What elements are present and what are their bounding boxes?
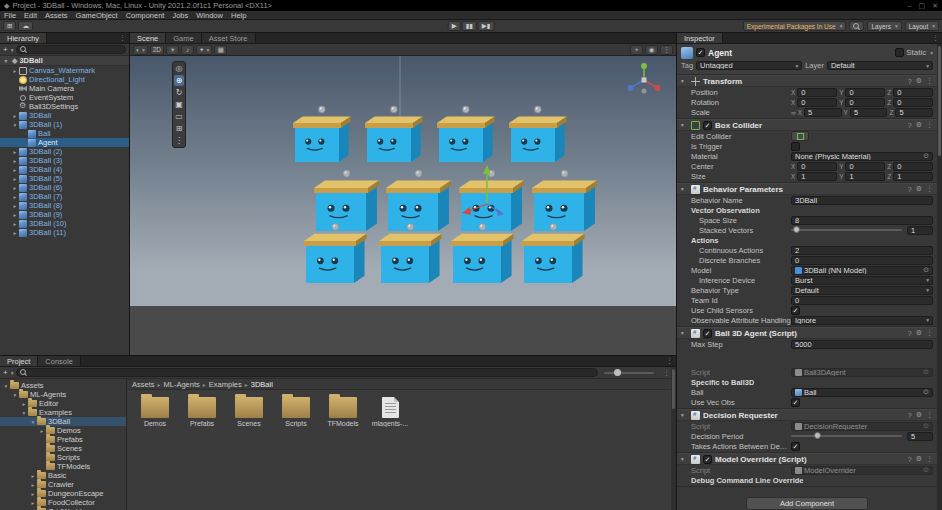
component-menu-icon[interactable]: ⋮	[926, 77, 933, 85]
object-picker-icon[interactable]: ⊙	[923, 266, 929, 274]
object-field[interactable]: 3DBall (NN Model)⊙	[791, 266, 933, 275]
slider[interactable]	[791, 229, 902, 231]
expand-arrow-icon[interactable]: ▸	[11, 185, 19, 191]
project-file[interactable]: Scenes	[227, 397, 271, 427]
expand-arrow-icon[interactable]: ▸	[11, 68, 19, 74]
lighting-toggle[interactable]: ☀	[166, 45, 179, 55]
project-file[interactable]: Prefabs	[180, 397, 224, 427]
expand-arrow-icon[interactable]: ▾	[11, 392, 19, 398]
agent-cube[interactable]	[386, 181, 451, 232]
checkbox[interactable]: ✓	[791, 306, 800, 315]
y-number-field[interactable]: 0	[845, 98, 885, 107]
expand-arrow-icon[interactable]: ▸	[11, 167, 19, 173]
expand-arrow-icon[interactable]: ▸	[29, 482, 37, 488]
agent-cube[interactable]	[314, 181, 379, 232]
grid-toggle[interactable]: ▦	[214, 45, 227, 55]
audio-toggle[interactable]: ♪	[181, 45, 194, 55]
layout-dropdown[interactable]: Layout ▾	[905, 21, 939, 31]
help-icon[interactable]: ?	[908, 122, 912, 129]
cloud-icon[interactable]: ☁	[18, 21, 33, 31]
number-field[interactable]: 1	[907, 226, 933, 235]
2d-toggle[interactable]: 2D	[150, 45, 164, 55]
tab-asset-store[interactable]: Asset Store	[202, 33, 256, 43]
project-tree-item[interactable]: Prefabs	[0, 435, 126, 444]
project-tree-item[interactable]: ▸Crawler	[0, 480, 126, 489]
layer-dropdown[interactable]: Default ▾	[827, 61, 933, 70]
expand-arrow-icon[interactable]: ▸	[11, 158, 19, 164]
object-field[interactable]: None (Physic Material)⊙	[791, 152, 933, 161]
inspector-scrollbar[interactable]	[937, 44, 942, 510]
breadcrumb-item[interactable]: 3DBall	[251, 380, 273, 389]
presets-icon[interactable]: ⚙	[916, 77, 922, 85]
y-number-field[interactable]: 0	[845, 162, 885, 171]
project-tree-item[interactable]: ▸FoodCollector	[0, 498, 126, 507]
project-file[interactable]: Demos	[133, 397, 177, 427]
balance-ball[interactable]	[318, 106, 325, 113]
script-object-field[interactable]: ModelOverrider⊙	[791, 466, 933, 475]
slider-thumb[interactable]	[614, 369, 621, 376]
dropdown[interactable]: Ignore▾	[791, 316, 933, 325]
balance-ball[interactable]	[550, 223, 557, 230]
object-picker-icon[interactable]: ⊙	[923, 422, 929, 430]
search-input[interactable]	[29, 369, 594, 377]
dropdown[interactable]: Default▾	[791, 286, 933, 295]
z-number-field[interactable]: 0	[893, 162, 933, 171]
help-icon[interactable]: ?	[908, 412, 912, 419]
text-field[interactable]: 3DBall	[791, 196, 933, 205]
component-enabled-checkbox[interactable]: ✓	[703, 329, 712, 338]
view-tool[interactable]: ◎	[174, 63, 184, 74]
component-enabled-checkbox[interactable]: ✓	[703, 455, 712, 464]
x-number-field[interactable]: 0	[797, 98, 837, 107]
hierarchy-item[interactable]: ▸3DBall (8)	[0, 201, 129, 210]
x-number-field[interactable]: 1	[797, 172, 837, 181]
static-checkbox[interactable]	[895, 48, 904, 57]
component-enabled-checkbox[interactable]: ✓	[703, 121, 712, 130]
help-icon[interactable]: ?	[908, 186, 912, 193]
project-tree-item[interactable]: ▸Basic	[0, 471, 126, 480]
presets-icon[interactable]: ⚙	[916, 121, 922, 129]
gizmos-icon[interactable]: ◉	[645, 45, 658, 55]
expand-arrow-icon[interactable]: ▸	[29, 473, 37, 479]
experimental-packages-dropdown[interactable]: Experimental Packages In Use ▾	[743, 21, 847, 31]
scale-tool[interactable]: ▣	[174, 99, 184, 110]
x-number-field[interactable]: 5	[804, 108, 842, 117]
menu-edit[interactable]: Edit	[20, 11, 41, 20]
z-number-field[interactable]: 0	[893, 88, 933, 97]
dropdown[interactable]: Burst▾	[791, 276, 933, 285]
close-icon[interactable]: ✕	[932, 2, 938, 10]
expand-arrow-icon[interactable]: ▸	[11, 221, 19, 227]
component-header[interactable]: ▾✓Box Collider?⚙⋮	[677, 119, 937, 131]
menu-assets[interactable]: Assets	[41, 11, 72, 20]
breadcrumb-item[interactable]: Examples	[209, 380, 242, 389]
menu-help[interactable]: Help	[227, 11, 250, 20]
object-picker-icon[interactable]: ⊙	[923, 388, 929, 396]
scene-header-row[interactable]: ▾ ◆ 3DBall	[0, 56, 129, 66]
rotate-tool[interactable]: ↻	[174, 87, 184, 98]
expand-arrow-icon[interactable]: ▸	[11, 149, 19, 155]
hierarchy-item[interactable]: ▸3DBall (11)	[0, 228, 129, 237]
hierarchy-item[interactable]: Agent	[0, 138, 129, 147]
gameobject-name[interactable]: Agent	[708, 48, 732, 58]
object-picker-icon[interactable]: ⊙	[923, 466, 929, 474]
scrollbar-thumb[interactable]	[938, 46, 941, 156]
agent-cube[interactable]	[522, 234, 585, 283]
hierarchy-item[interactable]: Main Camera	[0, 84, 129, 93]
y-number-field[interactable]: 1	[845, 172, 885, 181]
balance-ball[interactable]	[332, 223, 339, 230]
project-tree-item[interactable]: Scripts	[0, 453, 126, 462]
agent-cube[interactable]	[365, 116, 423, 162]
hierarchy-item[interactable]: ▸3DBall (3)	[0, 156, 129, 165]
add-component-button[interactable]: Add Component	[746, 497, 868, 510]
expand-arrow-icon[interactable]: ▾	[11, 122, 19, 128]
scene-menu-icon[interactable]: ⋮	[660, 45, 673, 55]
text-field[interactable]: 5000	[791, 340, 933, 349]
transform-tool[interactable]: ⊞	[174, 123, 184, 134]
project-tree-item[interactable]: ▸Editor	[0, 399, 126, 408]
scene-viewport[interactable]: ◎⊕↻▣▭⊞⋮	[130, 56, 676, 355]
text-field[interactable]: 2	[791, 246, 933, 255]
component-header[interactable]: ▾✓Model Overrider (Script)?⚙⋮	[677, 453, 937, 465]
expand-arrow-icon[interactable]: ▾	[2, 58, 10, 64]
search-button[interactable]	[849, 21, 864, 31]
hierarchy-item[interactable]: ▸Canvas_Watermark	[0, 66, 129, 75]
agent-cube[interactable]	[509, 116, 567, 162]
